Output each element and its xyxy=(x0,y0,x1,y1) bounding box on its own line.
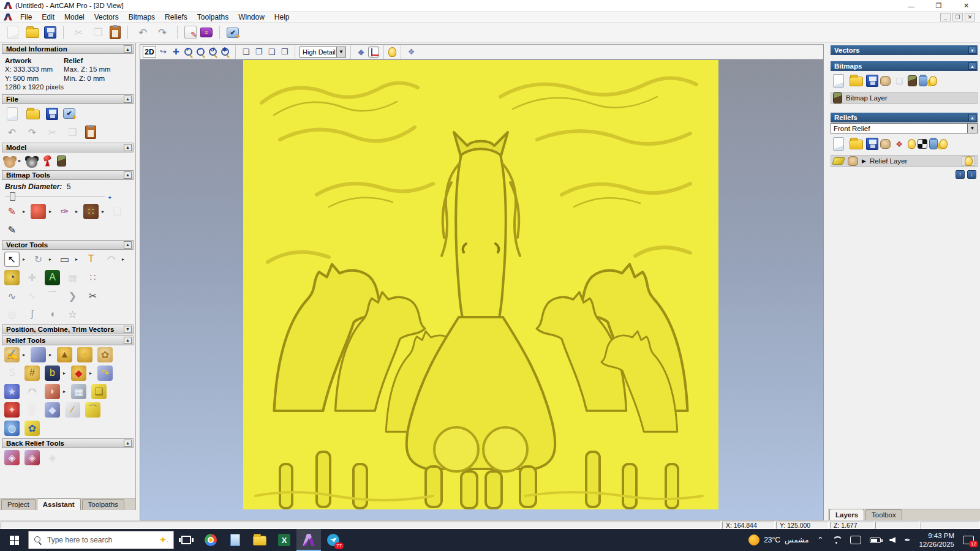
create-star-icon[interactable]: ☆ xyxy=(65,307,80,322)
chevron-down-icon[interactable]: ▼ xyxy=(336,47,345,57)
relief-set-select[interactable]: Front Relief ▼ xyxy=(831,123,978,133)
zoom-previous-icon[interactable]: ↺ xyxy=(208,47,219,58)
model-wizard-icon[interactable]: ✔ xyxy=(63,108,75,119)
palette-icon[interactable]: ∷ xyxy=(83,204,99,219)
lighting-icon[interactable] xyxy=(388,47,396,57)
create-rectangle-icon[interactable]: ▭ xyxy=(57,252,72,267)
back-relief-mirror-icon[interactable]: ◈ xyxy=(24,450,40,465)
slider-thumb[interactable] xyxy=(10,192,15,201)
palette-flyout[interactable]: ▸ xyxy=(102,209,104,214)
collapse-icon[interactable]: ▲ xyxy=(124,96,132,103)
start-button[interactable] xyxy=(0,529,28,551)
mirror-half-icon[interactable]: ◖ xyxy=(45,307,60,322)
star-relief-icon[interactable]: ★ xyxy=(4,384,20,399)
relief-layer-row[interactable]: ▶ Relief Layer xyxy=(831,155,978,167)
twiddle-rotate-icon[interactable]: ↪ xyxy=(157,46,169,58)
view-iso-back-icon[interactable]: ❐ xyxy=(253,46,265,58)
greyscale-view-icon[interactable] xyxy=(918,139,927,149)
pillow-relief-icon[interactable]: ◆ xyxy=(45,402,60,418)
paint-flyout[interactable]: ▸ xyxy=(23,209,25,214)
fit-curve-icon[interactable]: ʃ xyxy=(24,307,40,322)
task-view-button[interactable] xyxy=(174,529,198,551)
weather-widget[interactable]: 23°C مشمس xyxy=(748,534,809,545)
new-model-icon[interactable] xyxy=(7,107,18,121)
artcam-taskbar-button[interactable] xyxy=(296,529,321,551)
telegram-taskbar-button[interactable]: 77 xyxy=(321,529,345,551)
collapse-icon[interactable]: ▲ xyxy=(124,171,132,179)
create-text-icon[interactable]: T xyxy=(83,252,99,267)
envelope-distort-flyout[interactable]: ▸ xyxy=(122,257,124,262)
zoom-out-icon[interactable]: − xyxy=(195,47,206,58)
select-vectors-icon[interactable]: ↖ xyxy=(4,252,20,267)
menu-item-reliefs[interactable]: Reliefs xyxy=(160,12,192,23)
expand-icon[interactable]: ▼ xyxy=(968,47,976,54)
tab-layers[interactable]: Layers xyxy=(829,509,864,520)
save-relief-layer-icon[interactable] xyxy=(866,138,878,150)
texture-relief-icon[interactable]: ▦ xyxy=(71,384,86,399)
greyscale-preview-icon[interactable] xyxy=(26,157,37,168)
colour-picker-icon[interactable]: ✑ xyxy=(57,204,72,219)
collapse-icon[interactable]: ▲ xyxy=(124,440,132,447)
new-bitmap-layer-icon[interactable] xyxy=(833,74,844,88)
save-bitmap-layer-icon[interactable] xyxy=(866,75,878,87)
delete-bitmap-layer-icon[interactable] xyxy=(919,76,927,86)
menu-item-model[interactable]: Model xyxy=(59,12,89,23)
offset-relief-icon[interactable]: ❏ xyxy=(91,384,107,399)
brush-diameter-slider[interactable]: ✦ xyxy=(5,192,129,201)
taskbar-search[interactable]: Type here to search ✦· xyxy=(28,531,174,549)
clipart-leaf-icon[interactable]: ✿ xyxy=(24,421,40,436)
sweep-profile-icon[interactable]: ⌒ xyxy=(85,402,100,418)
relief-light-icon[interactable] xyxy=(908,139,916,149)
weave-wizard-icon[interactable]: # xyxy=(24,365,40,381)
select-vectors-flyout[interactable]: ▸ xyxy=(23,257,25,262)
sculpt-icon[interactable]: ✍ xyxy=(4,347,20,362)
relief-layer-visibility-toggle[interactable] xyxy=(962,156,975,166)
smooth-area-icon[interactable]: ✦ xyxy=(4,402,20,418)
pen-icon[interactable]: ✒ xyxy=(904,536,910,544)
flood-fill-icon[interactable] xyxy=(31,204,46,219)
battery-icon[interactable] xyxy=(870,538,881,543)
slice-relief-icon[interactable]: ◗ xyxy=(45,384,60,399)
flood-fill-flyout[interactable]: ▸ xyxy=(49,209,51,214)
zoom-objects-icon[interactable]: ✱ xyxy=(220,47,231,58)
excel-taskbar-button[interactable]: X xyxy=(272,529,296,551)
transform-vectors-flyout[interactable]: ▸ xyxy=(49,257,51,262)
offset-chevron-icon[interactable]: ❯ xyxy=(65,288,80,304)
toggle-all-bitmaps-icon[interactable] xyxy=(929,76,937,86)
your-phone-icon[interactable] xyxy=(850,536,861,544)
chrome-taskbar-button[interactable] xyxy=(198,529,223,551)
speaker-icon[interactable] xyxy=(889,537,895,543)
notepad-taskbar-button[interactable] xyxy=(223,529,247,551)
pan-view-icon[interactable]: ✚ xyxy=(170,46,182,58)
measure-icon[interactable]: ◔ xyxy=(4,270,20,285)
menu-item-help[interactable]: Help xyxy=(270,12,295,23)
file-explorer-taskbar-button[interactable] xyxy=(247,529,272,551)
restore-button[interactable]: ❐ xyxy=(925,0,952,12)
two-rail-sweep-flyout[interactable]: ▸ xyxy=(89,370,92,376)
open-relief-layer-icon[interactable] xyxy=(850,140,863,149)
merge-relief-icon[interactable]: ❖ xyxy=(892,138,906,151)
collapse-icon[interactable]: ▲ xyxy=(968,114,976,121)
clock[interactable]: 9:43 PM 12/26/2025 xyxy=(919,531,954,549)
paste-icon[interactable] xyxy=(85,126,96,139)
3d-viewport[interactable] xyxy=(140,59,823,520)
menu-item-window[interactable]: Window xyxy=(233,12,270,23)
mesh-sphere-icon[interactable]: ◍ xyxy=(4,421,20,436)
undo-icon[interactable]: ↶ xyxy=(135,24,151,40)
paint-icon[interactable]: ✎ xyxy=(4,204,20,219)
back-relief-offset-icon[interactable]: ◈ xyxy=(4,450,20,465)
shape-dome-icon[interactable]: ● xyxy=(77,347,92,362)
view-iso-front-icon[interactable]: ❏ xyxy=(240,46,252,58)
collapse-icon[interactable]: ▲ xyxy=(124,337,132,344)
move-layer-down-button[interactable]: ↓ xyxy=(967,170,976,179)
close-button[interactable]: ✕ xyxy=(952,0,980,12)
notification-center-button[interactable]: 12 xyxy=(963,536,974,544)
zero-plane-flyout[interactable]: ▸ xyxy=(49,352,51,358)
save-model-icon[interactable] xyxy=(44,26,56,39)
emboss-relief-flyout[interactable]: ▸ xyxy=(63,370,66,376)
load-relief-thumbnail-flyout[interactable]: ▸ xyxy=(18,158,21,163)
colour-shade-icon[interactable]: ❖ xyxy=(405,46,417,58)
zero-plane-icon[interactable] xyxy=(31,347,46,362)
arc-editing-icon[interactable]: ⌒ xyxy=(45,288,60,304)
clear-bitmap-icon[interactable]: ❑ xyxy=(892,75,906,88)
